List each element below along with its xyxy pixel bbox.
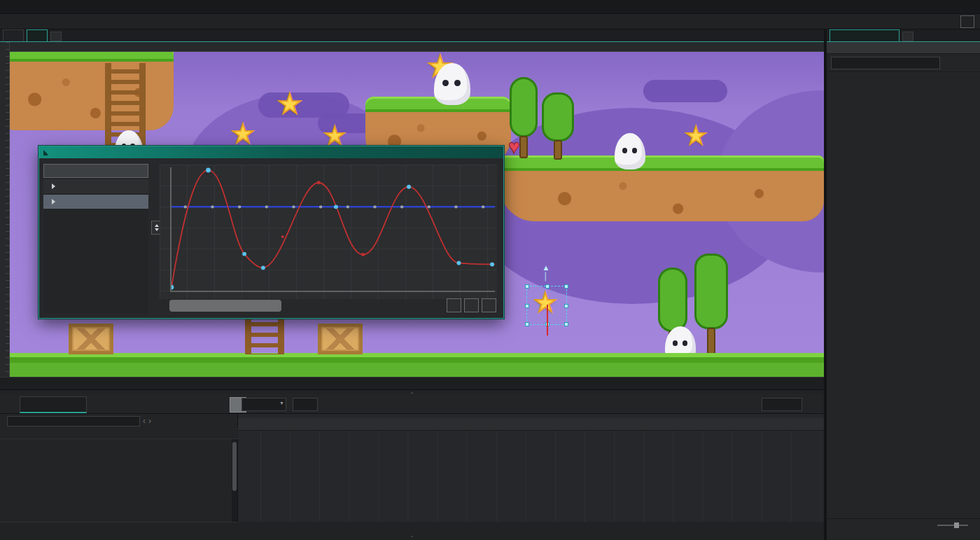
sequence-bottom-toolbar bbox=[0, 522, 238, 536]
remove-keyframe-icon[interactable] bbox=[188, 397, 204, 413]
chevron-right-icon[interactable] bbox=[52, 184, 55, 189]
workspace-tabs bbox=[0, 29, 824, 42]
asset-search-input[interactable] bbox=[837, 59, 937, 67]
crate-sprite bbox=[69, 324, 113, 354]
track-search-input[interactable] bbox=[7, 416, 140, 427]
window-corner-icon bbox=[43, 150, 49, 155]
timeline[interactable] bbox=[238, 414, 824, 522]
timeline-ruler[interactable] bbox=[238, 418, 824, 431]
play-icon[interactable] bbox=[553, 397, 568, 413]
crate-sprite bbox=[318, 324, 363, 354]
asset-tree bbox=[827, 73, 980, 524]
add-tab-button[interactable] bbox=[902, 32, 913, 41]
curve-svg bbox=[172, 167, 495, 291]
sequence-tab[interactable] bbox=[20, 396, 87, 413]
move-gizmo-arrow[interactable]: ▲│ bbox=[540, 263, 552, 280]
tree-sprite bbox=[694, 254, 731, 354]
prev-result-icon[interactable]: ‹ bbox=[143, 416, 146, 426]
horizontal-ruler bbox=[10, 42, 824, 52]
filter-funnel-icon[interactable] bbox=[955, 57, 964, 69]
add-asset-icon[interactable] bbox=[944, 57, 952, 69]
curve-plot-area[interactable] bbox=[170, 167, 495, 292]
selection-gizmo[interactable]: ★ bbox=[526, 286, 567, 325]
sequence-toolbar: ▼ bbox=[0, 394, 824, 414]
star-sprite: ★ bbox=[231, 120, 255, 147]
channel-row-x[interactable] bbox=[43, 179, 148, 193]
prev-next-keyframe-icon[interactable] bbox=[167, 397, 183, 413]
curves-channel-panel bbox=[43, 164, 148, 314]
curves-panel-header bbox=[43, 164, 148, 178]
zoom-in-icon[interactable] bbox=[464, 298, 479, 312]
canvas-status-bar bbox=[0, 377, 824, 389]
add-tab-button[interactable] bbox=[50, 32, 62, 41]
asset-search-box[interactable] bbox=[831, 57, 940, 69]
skip-to-end-icon[interactable] bbox=[575, 397, 591, 413]
track-panel-scrollbar[interactable] bbox=[232, 439, 237, 522]
vertical-ruler bbox=[0, 42, 10, 377]
tree-zoom-slider[interactable] bbox=[937, 525, 968, 526]
skip-to-start-icon[interactable] bbox=[531, 397, 546, 413]
track-panel: ‹ › bbox=[0, 414, 238, 522]
platform-right bbox=[500, 155, 824, 221]
hamburger-menu-icon[interactable] bbox=[967, 57, 976, 69]
embedded-curve-window[interactable] bbox=[38, 146, 504, 319]
channel-row-y[interactable] bbox=[43, 195, 148, 209]
sequence-length-input[interactable] bbox=[762, 398, 802, 411]
main-toolbar bbox=[0, 14, 980, 29]
tree-sprite bbox=[542, 92, 577, 161]
tab-sequence1[interactable] bbox=[27, 29, 48, 41]
next-result-icon[interactable]: › bbox=[148, 416, 151, 426]
tab-assets[interactable] bbox=[830, 29, 899, 41]
curve-window-titlebar[interactable] bbox=[39, 146, 503, 158]
chevron-right-icon[interactable] bbox=[52, 199, 55, 205]
star-sprite: ★ bbox=[323, 123, 346, 148]
star-sprite: ★ bbox=[277, 90, 302, 118]
zoom-out-icon[interactable] bbox=[447, 298, 461, 312]
panel-resize-grip[interactable]: ⌃ bbox=[0, 536, 824, 540]
sequence-editor-panel: ⌄ ▼ ‹ › bbox=[0, 389, 824, 540]
add-keyframe-icon[interactable] bbox=[209, 397, 225, 413]
fps-input[interactable] bbox=[293, 398, 318, 411]
curve-graph[interactable] bbox=[160, 165, 497, 299]
asset-browser-panel bbox=[827, 29, 980, 540]
tab-workspace-1[interactable] bbox=[3, 29, 24, 41]
ghost-sprite bbox=[434, 63, 470, 105]
curve-window-footer bbox=[160, 298, 496, 314]
menubar bbox=[0, 0, 980, 14]
graph-horizontal-scrollbar[interactable] bbox=[169, 300, 281, 312]
platform-top-left bbox=[10, 52, 174, 130]
chevron-down-icon[interactable]: ▼ bbox=[279, 401, 284, 406]
timeline-lanes[interactable] bbox=[238, 431, 824, 522]
target-manager-icon[interactable] bbox=[960, 15, 974, 28]
bg-cloud bbox=[643, 80, 727, 102]
fit-view-icon[interactable] bbox=[482, 298, 496, 312]
ground-platform bbox=[10, 353, 824, 377]
star-sprite: ★ bbox=[685, 123, 707, 148]
selected-star-sprite[interactable]: ★ bbox=[533, 289, 557, 316]
heart-sprite: ♥ bbox=[508, 137, 520, 157]
